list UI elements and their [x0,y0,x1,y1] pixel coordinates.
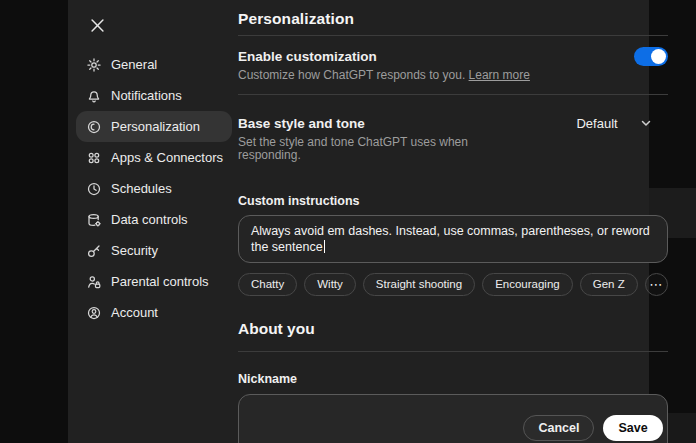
base-style-description: Set the style and tone ChatGPT uses when… [238,136,500,163]
sidebar-item-parental-controls[interactable]: Parental controls [76,266,232,297]
enable-customization-description: Customize how ChatGPT responds to you. L… [238,69,668,83]
chevron-down-icon [640,117,652,129]
person-lock-icon [86,274,102,290]
divider [238,94,668,95]
sidebar-item-label: Security [111,243,158,258]
apps-connectors-icon [86,150,102,166]
learn-more-link[interactable]: Learn more [469,68,530,82]
personalization-contrast-icon [86,119,102,135]
close-button[interactable] [84,12,110,38]
sidebar-item-label: Parental controls [111,274,209,289]
toggle-knob [651,49,666,64]
sidebar-item-label: Apps & Connectors [111,150,223,165]
settings-content: Personalization Enable customization Cus… [238,0,679,443]
sidebar-item-label: Personalization [111,119,200,134]
key-icon [86,243,102,259]
sidebar-item-label: Notifications [111,88,182,103]
clock-icon [86,181,102,197]
sidebar-item-general[interactable]: General [76,49,232,80]
sidebar-item-notifications[interactable]: Notifications [76,80,232,111]
sidebar-item-data-controls[interactable]: Data controls [76,204,232,235]
base-style-label: Base style and tone [238,114,500,133]
sidebar-item-label: Schedules [111,181,172,196]
sidebar-item-label: Data controls [111,212,188,227]
settings-nav: General Notifications [76,49,232,328]
footer-actions: Cancel Save [523,415,662,441]
base-style-value: Default [576,115,617,132]
more-chips-button[interactable]: ⋯ [645,273,668,296]
custom-instructions-input[interactable]: Always avoid em dashes. Instead, use com… [238,215,668,263]
close-icon [91,19,104,32]
text-caret [324,240,326,253]
enable-customization-toggle[interactable] [634,47,668,66]
sidebar-item-personalization[interactable]: Personalization [76,111,232,142]
person-circle-icon [86,305,102,321]
page-background: General Notifications [0,0,696,443]
sidebar-item-label: General [111,57,157,72]
sidebar-item-security[interactable]: Security [76,235,232,266]
divider [238,351,668,352]
gear-icon [86,57,102,73]
style-chip-encouraging[interactable]: Encouraging [482,273,573,296]
bell-icon [86,88,102,104]
database-gear-icon [86,212,102,228]
page-title: Personalization [238,9,668,28]
style-chips-row: Chatty Witty Straight shooting Encouragi… [238,273,668,296]
sidebar-item-account[interactable]: Account [76,297,232,328]
save-button[interactable]: Save [603,415,662,441]
style-chip-chatty[interactable]: Chatty [238,273,297,296]
base-style-select[interactable]: Default [576,114,667,132]
cancel-button[interactable]: Cancel [523,415,594,441]
sidebar-item-apps-connectors[interactable]: Apps & Connectors [76,142,232,173]
sidebar-item-schedules[interactable]: Schedules [76,173,232,204]
nickname-label: Nickname [238,372,668,387]
sidebar-item-label: Account [111,305,158,320]
style-chip-gen-z[interactable]: Gen Z [580,273,638,296]
style-chip-straight-shooting[interactable]: Straight shooting [363,273,475,296]
custom-instructions-label: Custom instructions [238,194,668,209]
divider [238,35,668,36]
settings-dialog: General Notifications [68,0,649,443]
settings-sidebar: General Notifications [68,0,238,443]
style-chip-witty[interactable]: Witty [304,273,356,296]
about-you-title: About you [238,319,668,339]
base-style-group: Base style and tone Set the style and to… [238,114,500,163]
enable-customization-label: Enable customization [238,47,377,66]
